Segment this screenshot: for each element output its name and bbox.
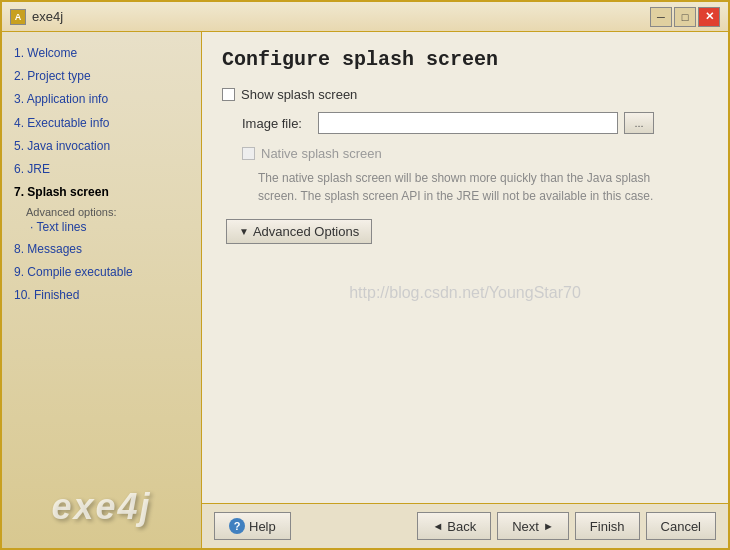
help-button[interactable]: ? Help	[214, 512, 291, 540]
sidebar-item-project-type[interactable]: 2. Project type	[10, 65, 193, 88]
advanced-options-button[interactable]: ▼ Advanced Options	[226, 219, 372, 244]
sidebar-item-messages[interactable]: 8. Messages	[10, 238, 193, 261]
sidebar-logo: exe4j	[2, 476, 201, 538]
sidebar-item-finished[interactable]: 10. Finished	[10, 284, 193, 307]
watermark-text: http://blog.csdn.net/YoungStar70	[222, 284, 708, 302]
next-button[interactable]: Next ►	[497, 512, 569, 540]
sidebar-nav: 1. Welcome 2. Project type 3. Applicatio…	[2, 32, 201, 476]
help-icon: ?	[229, 518, 245, 534]
title-bar-left: A exe4j	[10, 9, 63, 25]
sidebar: 1. Welcome 2. Project type 3. Applicatio…	[2, 32, 202, 548]
content-panel: Configure splash screen Show splash scre…	[202, 32, 728, 548]
title-bar: A exe4j ─ □ ✕	[2, 2, 728, 32]
native-splash-checkbox[interactable]	[242, 147, 255, 160]
bottom-toolbar: ? Help ◄ Back Next ► Finish Cancel	[202, 503, 728, 548]
page-title: Configure splash screen	[222, 48, 708, 71]
back-arrow-icon: ◄	[432, 520, 443, 532]
image-file-row: Image file: ...	[242, 112, 708, 134]
title-controls: ─ □ ✕	[650, 7, 720, 27]
main-window: A exe4j ─ □ ✕ 1. Welcome 2. Project type…	[0, 0, 730, 550]
native-description: The native splash screen will be shown m…	[258, 169, 678, 205]
sidebar-item-text-lines[interactable]: · Text lines	[10, 218, 193, 237]
image-file-input[interactable]	[318, 112, 618, 134]
show-splash-checkbox[interactable]	[222, 88, 235, 101]
main-area: 1. Welcome 2. Project type 3. Applicatio…	[2, 32, 728, 548]
advanced-options-row: ▼ Advanced Options	[222, 219, 708, 244]
maximize-button[interactable]: □	[674, 7, 696, 27]
show-splash-label[interactable]: Show splash screen	[222, 87, 357, 102]
show-splash-row: Show splash screen	[222, 87, 708, 102]
image-file-label: Image file:	[242, 116, 312, 131]
app-icon: A	[10, 9, 26, 25]
content-inner: Configure splash screen Show splash scre…	[202, 32, 728, 503]
sidebar-item-compile-executable[interactable]: 9. Compile executable	[10, 261, 193, 284]
back-button[interactable]: ◄ Back	[417, 512, 491, 540]
triangle-down-icon: ▼	[239, 226, 249, 237]
browse-button[interactable]: ...	[624, 112, 654, 134]
finish-button[interactable]: Finish	[575, 512, 640, 540]
minimize-button[interactable]: ─	[650, 7, 672, 27]
sidebar-item-java-invocation[interactable]: 5. Java invocation	[10, 135, 193, 158]
advanced-options-label: Advanced options:	[10, 206, 193, 218]
next-arrow-icon: ►	[543, 520, 554, 532]
close-button[interactable]: ✕	[698, 7, 720, 27]
cancel-button[interactable]: Cancel	[646, 512, 716, 540]
sidebar-item-application-info[interactable]: 3. Application info	[10, 88, 193, 111]
sidebar-item-splash-screen[interactable]: 7. Splash screen	[10, 181, 193, 204]
sidebar-item-jre[interactable]: 6. JRE	[10, 158, 193, 181]
window-title: exe4j	[32, 9, 63, 24]
native-splash-label: Native splash screen	[242, 146, 708, 161]
native-splash-row: Native splash screen	[242, 146, 708, 161]
sidebar-item-welcome[interactable]: 1. Welcome	[10, 42, 193, 65]
sidebar-item-executable-info[interactable]: 4. Executable info	[10, 112, 193, 135]
